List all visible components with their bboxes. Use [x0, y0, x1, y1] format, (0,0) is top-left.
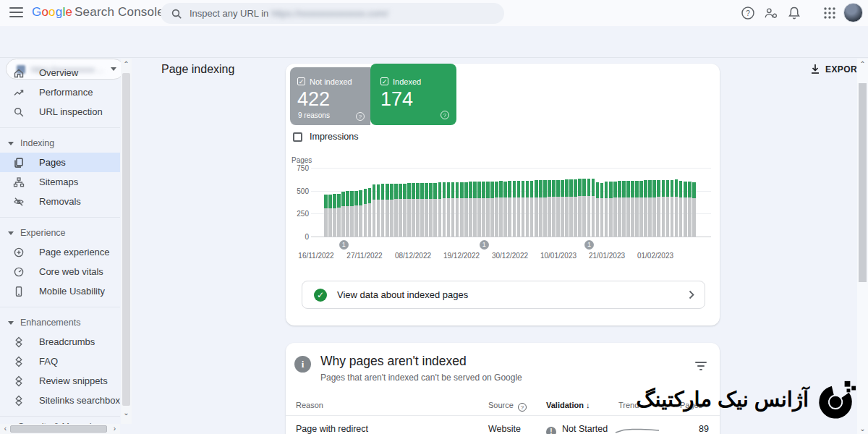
- stacked-bar[interactable]: [460, 182, 464, 237]
- stacked-bar[interactable]: [447, 182, 451, 237]
- stacked-bar[interactable]: [377, 184, 380, 237]
- stacked-bar[interactable]: [688, 182, 692, 237]
- scroll-right-arrow[interactable]: ›: [109, 424, 120, 434]
- stacked-bar[interactable]: [657, 180, 660, 237]
- sidebar-item-url-inspection[interactable]: URL inspection: [0, 102, 120, 122]
- stacked-bar[interactable]: [644, 180, 647, 237]
- stacked-bar[interactable]: [490, 182, 494, 237]
- stacked-bar[interactable]: [469, 182, 472, 237]
- checkbox-unchecked-icon[interactable]: [293, 132, 302, 142]
- stacked-bar[interactable]: [438, 182, 442, 237]
- stacked-bar[interactable]: [635, 181, 639, 237]
- milestone-marker[interactable]: 1: [584, 240, 594, 250]
- stacked-bar[interactable]: [495, 182, 498, 237]
- stacked-bar[interactable]: [565, 179, 569, 237]
- sidebar-item-breadcrumbs[interactable]: Breadcrumbs: [0, 332, 120, 352]
- stacked-bar[interactable]: [451, 182, 455, 237]
- stacked-bar[interactable]: [679, 181, 683, 237]
- stacked-bar[interactable]: [350, 191, 354, 237]
- sidebar-item-overview[interactable]: Overview: [0, 63, 120, 82]
- scroll-down-arrow[interactable]: ⌄: [857, 423, 868, 434]
- stacked-bar[interactable]: [390, 184, 393, 237]
- stacked-bar[interactable]: [341, 192, 345, 237]
- help-icon[interactable]: ?: [741, 6, 755, 20]
- user-settings-icon[interactable]: [764, 6, 778, 20]
- stacked-bar[interactable]: [626, 181, 630, 237]
- stacked-bar[interactable]: [543, 180, 547, 237]
- sidebar-section-indexing[interactable]: Indexing: [0, 134, 120, 153]
- stacked-bar[interactable]: [578, 179, 582, 237]
- stacked-bar[interactable]: [526, 181, 529, 237]
- sidebar-item-core-web-vitals[interactable]: Core web vitals: [0, 262, 120, 281]
- stacked-bar[interactable]: [539, 180, 542, 237]
- stacked-bar[interactable]: [433, 183, 437, 237]
- stacked-bar[interactable]: [482, 182, 485, 237]
- column-header-validation[interactable]: Validation ↓: [546, 401, 590, 409]
- sidebar-item-page-experience[interactable]: Page experience: [0, 242, 120, 262]
- stacked-bar[interactable]: [416, 183, 420, 237]
- column-header-pages[interactable]: Pages: [680, 401, 702, 409]
- stacked-bar[interactable]: [477, 182, 481, 237]
- url-inspection-search-bar[interactable]: Inspect any URL in https://xxxxxxxxxxxxx…: [161, 3, 504, 24]
- stacked-bar[interactable]: [522, 181, 525, 237]
- scroll-left-arrow[interactable]: ‹: [0, 424, 11, 434]
- stacked-bar[interactable]: [671, 180, 674, 237]
- hamburger-menu-icon[interactable]: [9, 7, 23, 17]
- stacked-bar[interactable]: [420, 183, 424, 237]
- stacked-bar[interactable]: [618, 181, 621, 237]
- sidebar-item-removals[interactable]: Removals: [0, 192, 120, 211]
- stacked-bar[interactable]: [574, 179, 577, 237]
- scroll-down-arrow[interactable]: ⌄: [121, 407, 132, 418]
- stacked-bar[interactable]: [386, 184, 389, 237]
- stacked-bar[interactable]: [337, 194, 341, 237]
- not-indexed-tile[interactable]: ✓ Not indexed 422 9 reasons ?: [290, 67, 370, 125]
- stacked-bar[interactable]: [346, 191, 349, 237]
- filter-icon[interactable]: [695, 362, 707, 370]
- column-header-source[interactable]: Source?: [488, 401, 527, 412]
- stacked-bar[interactable]: [556, 180, 560, 237]
- stacked-bar[interactable]: [622, 181, 626, 237]
- help-icon[interactable]: ?: [441, 111, 449, 119]
- sidebar-item-sitelinks-searchbox[interactable]: Sitelinks searchbox: [0, 391, 120, 410]
- milestone-marker[interactable]: 1: [480, 240, 489, 250]
- sidebar-item-sitemaps[interactable]: Sitemaps: [0, 172, 120, 192]
- stacked-bar[interactable]: [486, 182, 490, 237]
- stacked-bar[interactable]: [407, 183, 411, 237]
- stacked-bar[interactable]: [456, 182, 459, 237]
- sidebar-item-mobile-usability[interactable]: Mobile Usability: [0, 281, 120, 301]
- stacked-bar[interactable]: [592, 179, 595, 237]
- stacked-bar[interactable]: [429, 183, 433, 237]
- stacked-bar[interactable]: [412, 183, 415, 237]
- column-header-reason[interactable]: Reason: [296, 401, 323, 409]
- stacked-bar[interactable]: [675, 179, 678, 237]
- stacked-bar[interactable]: [354, 191, 358, 237]
- stacked-bar[interactable]: [582, 179, 586, 237]
- stacked-bar[interactable]: [548, 180, 551, 237]
- stacked-bar[interactable]: [530, 181, 534, 237]
- checkbox-checked-icon[interactable]: ✓: [380, 77, 388, 85]
- main-scrollbar[interactable]: ⌃ ⌄: [857, 59, 868, 434]
- stacked-bar[interactable]: [652, 180, 656, 237]
- stacked-bar[interactable]: [613, 182, 617, 237]
- stacked-bar[interactable]: [692, 182, 696, 237]
- scrollbar-thumb[interactable]: [859, 83, 867, 282]
- scrollbar-thumb[interactable]: [122, 73, 130, 406]
- stacked-bar[interactable]: [328, 195, 332, 237]
- stacked-bar[interactable]: [425, 183, 428, 237]
- stacked-bar[interactable]: [535, 180, 538, 237]
- stacked-bar[interactable]: [394, 184, 398, 237]
- stacked-bar[interactable]: [684, 182, 687, 237]
- scroll-up-arrow[interactable]: ⌃: [857, 59, 868, 69]
- help-icon[interactable]: ?: [518, 403, 527, 412]
- indexed-tile[interactable]: ✓ Indexed 174 ?: [370, 64, 456, 125]
- stacked-bar[interactable]: [333, 194, 336, 237]
- stacked-bar[interactable]: [503, 182, 507, 237]
- stacked-bar[interactable]: [373, 184, 376, 237]
- stacked-bar[interactable]: [508, 181, 511, 237]
- stacked-bar[interactable]: [600, 183, 604, 237]
- scroll-up-arrow[interactable]: ⌃: [121, 59, 132, 69]
- stacked-bar[interactable]: [517, 181, 521, 237]
- stacked-bar[interactable]: [464, 182, 468, 237]
- stacked-bar[interactable]: [609, 182, 613, 237]
- stacked-bar[interactable]: [364, 189, 367, 237]
